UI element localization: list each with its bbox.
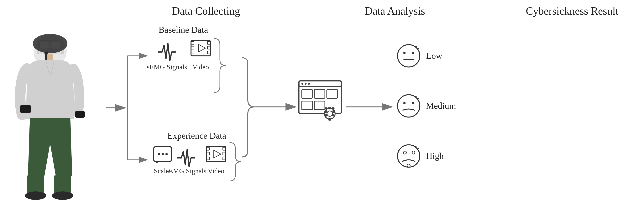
- experience-title: Experience Data: [168, 131, 226, 140]
- svg-point-46: [302, 83, 304, 85]
- svg-marker-30: [198, 44, 206, 52]
- svg-point-11: [25, 192, 46, 200]
- flow-content: Data Collecting Data Analysis Cybersickn…: [100, 0, 644, 218]
- svg-point-69: [398, 95, 420, 117]
- svg-point-34: [166, 153, 168, 155]
- experience-semg-icon: [178, 149, 195, 166]
- svg-point-67: [412, 52, 414, 54]
- svg-rect-53: [314, 101, 325, 110]
- person-figure: [10, 13, 90, 205]
- medium-face: [398, 95, 420, 117]
- baseline-semg-label: sEMG Signals: [147, 63, 187, 71]
- baseline-semg-icon: [158, 43, 176, 61]
- low-face: [398, 45, 420, 67]
- svg-rect-51: [327, 90, 338, 98]
- svg-rect-13: [20, 105, 31, 113]
- svg-point-65: [398, 45, 420, 67]
- svg-point-33: [162, 153, 164, 155]
- svg-point-6: [33, 34, 68, 53]
- high-label: High: [426, 151, 444, 161]
- data-analysis-icon: [299, 81, 341, 120]
- svg-point-47: [305, 83, 307, 85]
- svg-point-55: [327, 111, 332, 116]
- svg-point-71: [412, 102, 414, 104]
- baseline-video-icon: [191, 40, 210, 56]
- svg-rect-59: [332, 110, 335, 113]
- baseline-video-label: Video: [192, 63, 209, 71]
- baseline-title: Baseline Data: [158, 25, 208, 35]
- svg-point-12: [52, 192, 73, 200]
- svg-rect-44: [299, 81, 341, 114]
- main-container: Data Collecting Data Analysis Cybersickn…: [0, 0, 644, 218]
- svg-point-48: [308, 83, 310, 85]
- svg-rect-49: [302, 90, 312, 98]
- svg-rect-57: [328, 118, 331, 120]
- scales-icon: [154, 146, 172, 163]
- svg-rect-50: [314, 90, 325, 98]
- flow-diagram: Baseline Data sEMG Signals: [100, 0, 644, 218]
- svg-rect-56: [328, 107, 331, 109]
- svg-point-70: [404, 102, 406, 104]
- svg-rect-8: [75, 111, 85, 118]
- low-label: Low: [426, 51, 442, 61]
- svg-marker-42: [214, 150, 221, 158]
- svg-rect-52: [302, 101, 312, 110]
- medium-label: Medium: [426, 101, 456, 111]
- svg-point-32: [158, 153, 160, 155]
- svg-point-66: [404, 52, 406, 54]
- high-face: [398, 145, 420, 167]
- experience-semg-label: sEMG Signals: [166, 167, 206, 175]
- experience-video-label: Video: [208, 167, 224, 175]
- svg-rect-58: [325, 110, 327, 113]
- person-area: [0, 0, 100, 218]
- experience-video-icon: [206, 146, 226, 162]
